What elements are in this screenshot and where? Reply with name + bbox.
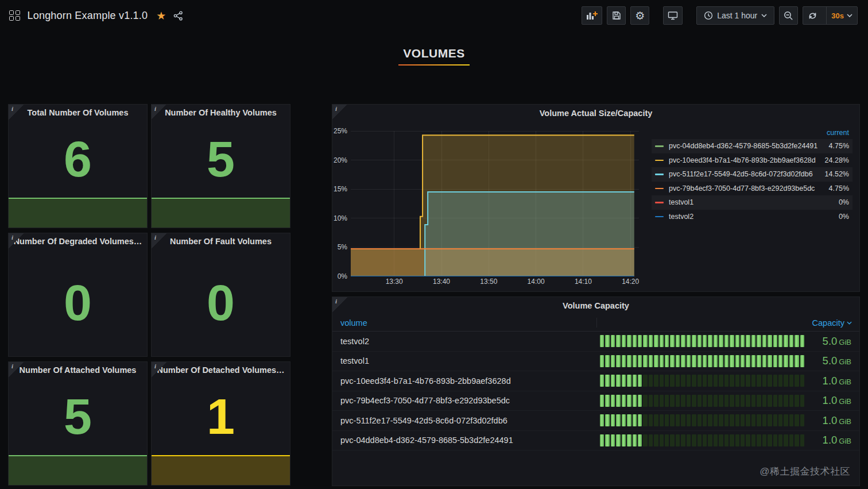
refresh-interval-dropdown[interactable]: 30s [826,7,857,24]
capacity-value-cell: 1.0GiB [823,375,859,387]
legend-series-color [655,174,664,175]
panel-title[interactable]: Number Of Fault Volumes [152,233,290,249]
info-icon[interactable]: i [9,362,24,377]
legend-series-value: 14.52% [825,170,849,178]
grafana-dashboard: { "navbar": { "title": "Longhorn Example… [0,0,868,489]
capacity-value-cell: 1.0GiB [823,394,859,407]
y-tick-label: 10% [334,214,347,222]
panel-title[interactable]: Number Of Detached Volumes… [152,362,290,378]
volume-name-cell: pvc-511f2e17-5549-42d5-8c6d-072f3d02fdb6 [332,416,596,425]
sparkline [152,455,290,485]
y-tick-label: 15% [334,185,347,193]
legend-column-current[interactable]: current [652,128,852,139]
legend-series-name[interactable]: pvc-10eed3f4-b7a1-4b76-893b-2bb9aef3628d [669,156,816,164]
info-icon[interactable]: i [332,105,347,120]
favorite-star-icon[interactable]: ★ [156,9,166,22]
capacity-led-gauge [600,335,804,347]
table-row: pvc-511f2e17-5549-42d5-8c6d-072f3d02fdb6… [332,411,859,431]
refresh-button[interactable] [803,7,822,24]
time-series-plot[interactable] [351,131,639,276]
plus-icon [593,11,598,16]
share-icon[interactable] [173,11,183,21]
volume-name-cell: pvc-10eed3f4-b7a1-4b76-893b-2bb9aef3628d [332,376,596,386]
capacity-value-cell: 5.0GiB [823,335,859,348]
series-fill [351,249,634,276]
zoom-out-button[interactable] [779,6,798,25]
time-range-label: Last 1 hour [717,11,757,20]
x-tick-label: 14:10 [575,278,592,286]
time-range-picker[interactable]: Last 1 hour [696,6,774,25]
legend-series-color [655,202,664,203]
sort-desc-icon [847,321,852,325]
navbar: Longhorn Example v1.1.0 ★ ⚙ [0,0,868,31]
dashboard-settings-button[interactable]: ⚙ [630,6,649,25]
legend-series-name[interactable]: testvol1 [669,198,693,206]
table-body: testvol25.0GiBtestvol15.0GiBpvc-10eed3f4… [332,332,859,451]
row-header-volumes: VOLUMES [0,47,868,66]
table-row: testvol25.0GiB [332,332,859,352]
y-tick-label: 25% [334,127,347,135]
watermark: @稀土掘金技术社区 [760,465,850,478]
save-dashboard-button[interactable] [607,6,626,25]
panel-title[interactable]: Number Of Healthy Volumes [152,105,290,121]
x-tick-label: 13:30 [386,278,403,286]
capacity-value-cell: 1.0GiB [823,414,859,427]
sparkline [9,198,147,228]
row-header-title: VOLUMES [403,47,464,60]
column-header-volume[interactable]: volume [332,318,367,328]
legend-row: testvol20% [652,210,852,224]
info-icon[interactable]: i [152,362,166,377]
stat-panel-degraded-volumes: i Number Of Degraded Volumes… 0 [8,233,148,357]
stat-value: 1 [152,378,290,455]
x-axis: 13:3013:4013:5014:0014:1014:20 [351,278,639,287]
legend-series-name[interactable]: testvol2 [669,213,693,221]
info-icon[interactable]: i [332,297,347,312]
info-icon[interactable]: i [152,105,166,120]
dashboard-title[interactable]: Longhorn Example v1.1.0 [28,10,148,22]
panel-title[interactable]: Number Of Attached Volumes [9,362,147,378]
info-icon[interactable]: i [152,233,166,248]
x-tick-label: 13:50 [480,278,497,286]
legend-series-name[interactable]: pvc-79b4ecf3-7050-4d77-8bf3-e292d93be5dc [669,184,815,192]
table-row: pvc-10eed3f4-b7a1-4b76-893b-2bb9aef3628d… [332,371,859,391]
stat-panel-total-volumes: i Total Number Of Volumes 6 [8,104,148,228]
cycle-view-mode-button[interactable] [663,6,683,25]
volume-name-cell: pvc-79b4ecf3-7050-4d77-8bf3-e292d93be5dc [332,396,596,405]
chevron-down-icon [761,14,767,17]
stat-value: 0 [9,249,147,356]
legend-series-color [655,188,664,190]
panel-title[interactable]: Number Of Degraded Volumes… [9,233,147,249]
panel-title[interactable]: Volume Capacity [332,297,859,314]
legend-series-color [655,145,664,147]
apps-grid-icon[interactable] [9,10,20,21]
stat-panel-healthy-volumes: i Number Of Healthy Volumes 5 [151,104,290,228]
row-header-underline [398,64,470,66]
info-icon[interactable]: i [9,233,24,248]
chevron-down-icon [847,14,852,17]
legend-row: testvol10% [652,195,852,210]
gear-icon: ⚙ [635,10,645,21]
legend-series-color [655,216,664,218]
add-panel-button[interactable] [582,6,602,25]
legend-series-name[interactable]: pvc-511f2e17-5549-42d5-8c6d-072f3d02fdb6 [669,170,813,178]
capacity-value-cell: 5.0GiB [823,355,859,367]
legend-series-value: 4.75% [829,142,849,150]
stat-panel-fault-volumes: i Number Of Fault Volumes 0 [151,233,290,357]
stat-value: 5 [152,121,290,198]
capacity-led-gauge [600,395,804,407]
column-divider [596,318,597,328]
legend-series-value: 0% [839,198,849,206]
panel-title[interactable]: Total Number Of Volumes [9,105,147,121]
legend-series-value: 24.28% [825,156,849,164]
panel-title[interactable]: Volume Actual Size/Capacity [332,105,859,122]
x-tick-label: 14:20 [622,278,639,286]
volume-name-cell: pvc-04dd8eb4-d362-4579-8685-5b3d2fe24491 [332,436,596,445]
graph-panel-volume-actual-size: i Volume Actual Size/Capacity 0%5%10%15%… [332,104,860,292]
info-icon[interactable]: i [9,105,24,120]
table-header-row: volume Capacity [332,314,859,332]
x-tick-label: 13:40 [433,278,450,286]
stat-value: 0 [152,249,290,356]
column-header-capacity[interactable]: Capacity [812,318,859,328]
capacity-led-gauge [600,355,804,367]
legend-series-name[interactable]: pvc-04dd8eb4-d362-4579-8685-5b3d2fe24491 [669,142,817,150]
